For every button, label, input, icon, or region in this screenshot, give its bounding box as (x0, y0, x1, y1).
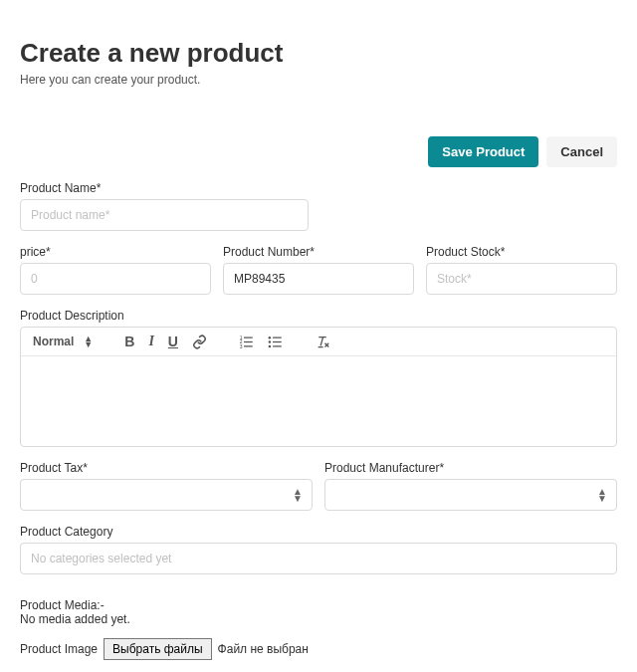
svg-text:3: 3 (240, 342, 243, 348)
product-category-select[interactable]: No categories selected yet (20, 543, 617, 574)
svg-rect-3 (244, 340, 253, 341)
product-tax-label: Product Tax* (20, 461, 313, 475)
svg-rect-9 (273, 340, 282, 341)
product-manufacturer-label: Product Manufacturer* (324, 461, 617, 475)
product-name-input[interactable] (20, 199, 309, 231)
svg-rect-5 (244, 345, 253, 346)
product-image-label: Product Image (20, 642, 98, 656)
italic-icon[interactable]: I (148, 334, 153, 349)
editor-textarea[interactable] (21, 356, 616, 446)
save-button[interactable]: Save Product (428, 136, 538, 167)
svg-point-6 (269, 336, 272, 338)
product-name-label: Product Name* (20, 181, 617, 195)
bold-icon[interactable]: B (124, 334, 134, 349)
chevron-updown-icon: ▲▼ (84, 336, 93, 347)
price-label: price* (20, 245, 211, 259)
product-stock-label: Product Stock* (426, 245, 617, 259)
page-title: Create a new product (20, 38, 617, 69)
svg-rect-1 (244, 336, 253, 337)
editor-format-label: Normal (33, 335, 74, 348)
product-stock-input[interactable] (426, 263, 617, 295)
svg-point-10 (269, 344, 272, 347)
ordered-list-icon[interactable]: 123 (239, 335, 254, 349)
product-tax-select[interactable] (20, 479, 313, 511)
product-media-empty: No media added yet. (20, 612, 617, 626)
choose-files-button[interactable]: Выбрать файлы (104, 638, 212, 660)
editor-toolbar: Normal ▲▼ B I U 123 (21, 328, 616, 356)
svg-point-8 (269, 340, 272, 343)
underline-icon[interactable]: U (168, 334, 178, 349)
no-file-selected-text: Файл не выбран (218, 642, 309, 656)
product-number-input[interactable] (223, 263, 414, 295)
editor-format-select[interactable]: Normal ▲▼ (33, 335, 93, 348)
cancel-button[interactable]: Cancel (546, 136, 617, 167)
rich-text-editor: Normal ▲▼ B I U 123 (20, 327, 617, 447)
clear-format-icon[interactable] (315, 335, 330, 349)
page-subtitle: Here you can create your product. (20, 73, 617, 87)
price-input[interactable] (20, 263, 211, 295)
unordered-list-icon[interactable] (268, 335, 283, 349)
product-number-label: Product Number* (223, 245, 414, 259)
svg-rect-7 (273, 336, 282, 337)
product-category-label: Product Category (20, 525, 617, 539)
svg-rect-11 (273, 345, 282, 346)
link-icon[interactable] (192, 335, 207, 349)
actions-bar: Save Product Cancel (20, 136, 617, 167)
product-media-heading: Product Media:- (20, 598, 617, 612)
product-description-label: Product Description (20, 309, 617, 323)
product-manufacturer-select[interactable] (324, 479, 617, 511)
